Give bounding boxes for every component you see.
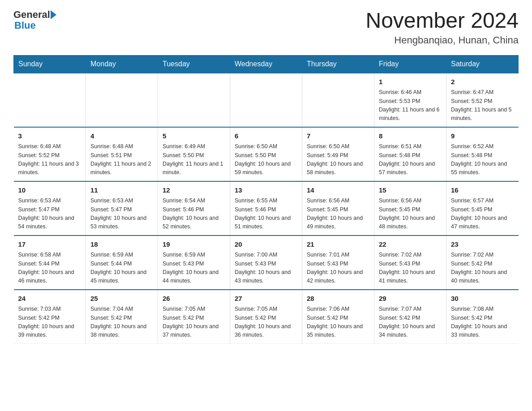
day-info: Sunrise: 7:06 AMSunset: 5:42 PMDaylight:…	[307, 305, 369, 340]
calendar-cell: 4Sunrise: 6:48 AMSunset: 5:51 PMDaylight…	[86, 127, 158, 181]
day-info: Sunrise: 6:55 AMSunset: 5:46 PMDaylight:…	[235, 197, 297, 231]
day-info: Sunrise: 7:05 AMSunset: 5:42 PMDaylight:…	[235, 305, 297, 340]
day-info: Sunrise: 6:57 AMSunset: 5:45 PMDaylight:…	[451, 197, 514, 231]
day-info: Sunrise: 6:48 AMSunset: 5:52 PMDaylight:…	[18, 142, 82, 177]
day-info: Sunrise: 6:59 AMSunset: 5:43 PMDaylight:…	[163, 251, 225, 286]
day-number: 16	[451, 185, 514, 196]
calendar-week-4: 17Sunrise: 6:58 AMSunset: 5:44 PMDayligh…	[14, 235, 519, 290]
day-number: 27	[235, 294, 297, 304]
page-title: November 2024	[365, 9, 519, 33]
calendar-cell: 28Sunrise: 7:06 AMSunset: 5:42 PMDayligh…	[302, 290, 374, 344]
day-number: 18	[90, 240, 153, 250]
day-info: Sunrise: 6:51 AMSunset: 5:48 PMDaylight:…	[379, 142, 442, 177]
calendar-cell: 7Sunrise: 6:50 AMSunset: 5:49 PMDaylight…	[302, 127, 374, 181]
day-info: Sunrise: 6:52 AMSunset: 5:48 PMDaylight:…	[451, 142, 514, 177]
calendar-cell: 5Sunrise: 6:49 AMSunset: 5:50 PMDaylight…	[158, 127, 230, 181]
calendar-cell: 23Sunrise: 7:02 AMSunset: 5:42 PMDayligh…	[446, 235, 519, 290]
calendar-cell: 11Sunrise: 6:53 AMSunset: 5:47 PMDayligh…	[86, 181, 158, 235]
calendar-cell: 29Sunrise: 7:07 AMSunset: 5:42 PMDayligh…	[374, 290, 446, 344]
calendar-cell: 18Sunrise: 6:59 AMSunset: 5:44 PMDayligh…	[86, 235, 158, 290]
day-info: Sunrise: 6:53 AMSunset: 5:47 PMDaylight:…	[18, 197, 82, 231]
day-number: 4	[90, 131, 153, 141]
calendar-cell	[302, 73, 374, 127]
day-number: 10	[18, 185, 82, 196]
calendar-cell: 3Sunrise: 6:48 AMSunset: 5:52 PMDaylight…	[14, 127, 86, 181]
calendar-cell	[86, 73, 158, 127]
calendar-header-row: SundayMondayTuesdayWednesdayThursdayFrid…	[14, 55, 519, 73]
logo-blue: Blue	[14, 20, 36, 31]
day-number: 5	[163, 131, 225, 141]
calendar-cell: 21Sunrise: 7:01 AMSunset: 5:43 PMDayligh…	[302, 235, 374, 290]
calendar-cell: 24Sunrise: 7:03 AMSunset: 5:42 PMDayligh…	[14, 290, 86, 344]
calendar-cell: 17Sunrise: 6:58 AMSunset: 5:44 PMDayligh…	[14, 235, 86, 290]
calendar-cell: 12Sunrise: 6:54 AMSunset: 5:46 PMDayligh…	[158, 181, 230, 235]
day-number: 23	[451, 240, 514, 250]
calendar-week-1: 1Sunrise: 6:46 AMSunset: 5:53 PMDaylight…	[14, 73, 519, 127]
calendar-week-3: 10Sunrise: 6:53 AMSunset: 5:47 PMDayligh…	[14, 181, 519, 235]
day-number: 28	[307, 294, 369, 304]
day-number: 22	[379, 240, 442, 250]
day-info: Sunrise: 6:56 AMSunset: 5:45 PMDaylight:…	[379, 197, 442, 231]
weekday-header-wednesday: Wednesday	[230, 55, 302, 73]
day-number: 29	[379, 294, 442, 304]
logo-arrow-shape	[51, 10, 56, 19]
day-info: Sunrise: 7:05 AMSunset: 5:42 PMDaylight:…	[163, 305, 225, 340]
day-number: 14	[307, 185, 369, 196]
day-info: Sunrise: 6:47 AMSunset: 5:52 PMDaylight:…	[451, 88, 514, 123]
day-info: Sunrise: 7:00 AMSunset: 5:43 PMDaylight:…	[235, 251, 297, 286]
page-subtitle: Hengbanqiao, Hunan, China	[365, 34, 519, 46]
calendar-cell: 10Sunrise: 6:53 AMSunset: 5:47 PMDayligh…	[14, 181, 86, 235]
day-number: 11	[90, 185, 153, 196]
calendar-cell: 1Sunrise: 6:46 AMSunset: 5:53 PMDaylight…	[374, 73, 446, 127]
calendar-table: SundayMondayTuesdayWednesdayThursdayFrid…	[13, 55, 519, 344]
day-number: 25	[90, 294, 153, 304]
day-number: 7	[307, 131, 369, 141]
calendar-cell	[230, 73, 302, 127]
day-number: 6	[235, 131, 297, 141]
weekday-header-tuesday: Tuesday	[158, 55, 230, 73]
logo: General Blue	[13, 9, 57, 31]
day-number: 8	[379, 131, 442, 141]
calendar-cell: 9Sunrise: 6:52 AMSunset: 5:48 PMDaylight…	[446, 127, 519, 181]
day-info: Sunrise: 7:07 AMSunset: 5:42 PMDaylight:…	[379, 305, 442, 340]
calendar-cell	[158, 73, 230, 127]
weekday-header-monday: Monday	[86, 55, 158, 73]
day-number: 24	[18, 294, 82, 304]
day-number: 17	[18, 240, 82, 250]
calendar-cell: 22Sunrise: 7:02 AMSunset: 5:43 PMDayligh…	[374, 235, 446, 290]
logo-general: General	[13, 9, 50, 21]
calendar-cell: 15Sunrise: 6:56 AMSunset: 5:45 PMDayligh…	[374, 181, 446, 235]
title-area: November 2024 Hengbanqiao, Hunan, China	[365, 9, 519, 46]
day-number: 15	[379, 185, 442, 196]
day-number: 21	[307, 240, 369, 250]
day-number: 12	[163, 185, 225, 196]
calendar-cell: 8Sunrise: 6:51 AMSunset: 5:48 PMDaylight…	[374, 127, 446, 181]
calendar-cell: 25Sunrise: 7:04 AMSunset: 5:42 PMDayligh…	[86, 290, 158, 344]
day-info: Sunrise: 6:53 AMSunset: 5:47 PMDaylight:…	[90, 197, 153, 231]
day-number: 26	[163, 294, 225, 304]
calendar-cell: 26Sunrise: 7:05 AMSunset: 5:42 PMDayligh…	[158, 290, 230, 344]
day-info: Sunrise: 7:08 AMSunset: 5:42 PMDaylight:…	[451, 305, 514, 340]
day-number: 9	[451, 131, 514, 141]
day-number: 19	[163, 240, 225, 250]
weekday-header-sunday: Sunday	[14, 55, 86, 73]
day-info: Sunrise: 7:01 AMSunset: 5:43 PMDaylight:…	[307, 251, 369, 286]
day-number: 13	[235, 185, 297, 196]
day-info: Sunrise: 6:54 AMSunset: 5:46 PMDaylight:…	[163, 197, 225, 231]
day-info: Sunrise: 6:49 AMSunset: 5:50 PMDaylight:…	[163, 142, 225, 177]
day-info: Sunrise: 6:48 AMSunset: 5:51 PMDaylight:…	[90, 142, 153, 177]
day-number: 30	[451, 294, 514, 304]
weekday-header-saturday: Saturday	[446, 55, 519, 73]
day-number: 20	[235, 240, 297, 250]
day-info: Sunrise: 6:56 AMSunset: 5:45 PMDaylight:…	[307, 197, 369, 231]
weekday-header-thursday: Thursday	[302, 55, 374, 73]
weekday-header-friday: Friday	[374, 55, 446, 73]
calendar-cell: 27Sunrise: 7:05 AMSunset: 5:42 PMDayligh…	[230, 290, 302, 344]
calendar-cell	[14, 73, 86, 127]
day-info: Sunrise: 6:50 AMSunset: 5:49 PMDaylight:…	[307, 142, 369, 177]
calendar-cell: 14Sunrise: 6:56 AMSunset: 5:45 PMDayligh…	[302, 181, 374, 235]
day-info: Sunrise: 7:02 AMSunset: 5:42 PMDaylight:…	[451, 251, 514, 286]
calendar-cell: 19Sunrise: 6:59 AMSunset: 5:43 PMDayligh…	[158, 235, 230, 290]
day-info: Sunrise: 7:04 AMSunset: 5:42 PMDaylight:…	[90, 305, 153, 340]
calendar-cell: 2Sunrise: 6:47 AMSunset: 5:52 PMDaylight…	[446, 73, 519, 127]
